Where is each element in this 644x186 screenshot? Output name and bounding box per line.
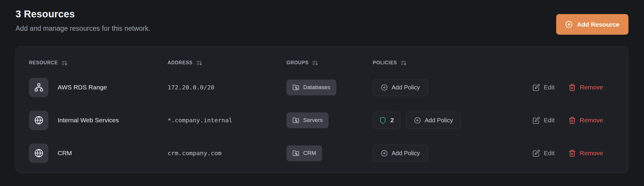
group-chip[interactable]: Servers xyxy=(286,112,329,128)
group-chip-label: Databases xyxy=(303,84,330,91)
edit-button[interactable]: Edit xyxy=(533,117,555,124)
policies-cell: 2 Add Policy xyxy=(373,112,533,129)
group-chip-label: CRM xyxy=(303,150,316,156)
group-chip[interactable]: Databases xyxy=(286,80,336,95)
resource-type-tile xyxy=(29,111,48,130)
policy-count: 2 xyxy=(390,117,394,124)
remove-label: Remove xyxy=(580,117,603,124)
add-policy-label: Add Policy xyxy=(392,84,420,91)
edit-icon xyxy=(533,84,540,91)
page-subtitle: Add and manage resources for this networ… xyxy=(16,25,150,33)
remove-label: Remove xyxy=(580,150,603,157)
column-header-policies[interactable]: POLICIES xyxy=(373,60,407,66)
trash-icon xyxy=(568,117,576,124)
globe-icon xyxy=(34,116,43,125)
page-title: 3 Resources xyxy=(16,8,150,20)
remove-label: Remove xyxy=(580,84,603,91)
add-policy-label: Add Policy xyxy=(392,150,420,157)
resource-cell: CRM xyxy=(29,144,168,163)
actions-cell: Edit Remove xyxy=(533,117,615,124)
network-icon xyxy=(34,83,43,92)
resource-type-tile xyxy=(29,78,48,97)
table-row: Internal Web Services *.company.internal… xyxy=(29,104,615,137)
resource-address: 172.20.0.0/20 xyxy=(168,84,286,91)
resource-address: crm.company.com xyxy=(168,150,286,157)
add-resource-label: Add Resource xyxy=(577,21,620,28)
column-header-groups[interactable]: GROUPS xyxy=(286,60,318,66)
plus-circle-icon xyxy=(414,117,421,124)
groups-cell: Databases xyxy=(286,80,373,95)
add-policy-button[interactable]: Add Policy xyxy=(373,79,428,96)
group-chip[interactable]: CRM xyxy=(286,145,322,161)
sort-icon[interactable] xyxy=(312,60,318,66)
column-header-address[interactable]: ADDRESS xyxy=(168,60,203,66)
add-policy-label: Add Policy xyxy=(425,117,453,124)
actions-cell: Edit Remove xyxy=(533,84,615,91)
edit-label: Edit xyxy=(544,150,555,157)
remove-button[interactable]: Remove xyxy=(568,150,603,157)
edit-button[interactable]: Edit xyxy=(533,84,555,91)
table-header-row: RESOURCE ADDRESS GROUPS POLICIES xyxy=(29,55,615,71)
edit-icon xyxy=(533,117,540,124)
resource-name: AWS RDS Range xyxy=(58,84,107,91)
folder-git-icon xyxy=(292,117,299,124)
add-resource-button[interactable]: Add Resource xyxy=(556,14,628,35)
globe-icon xyxy=(34,149,43,158)
trash-icon xyxy=(568,150,576,157)
resource-cell: AWS RDS Range xyxy=(29,78,168,97)
policies-cell: Add Policy xyxy=(373,79,533,96)
edit-label: Edit xyxy=(544,84,555,91)
page-header-text: 3 Resources Add and manage resources for… xyxy=(16,8,150,33)
resource-name: CRM xyxy=(58,150,72,157)
column-header-resource[interactable]: RESOURCE xyxy=(29,60,68,66)
table-row: CRM crm.company.com CRM Add Policy Edit … xyxy=(29,137,615,170)
add-policy-button[interactable]: Add Policy xyxy=(373,145,428,162)
resource-type-tile xyxy=(29,144,48,163)
resource-name: Internal Web Services xyxy=(58,117,119,124)
page-header: 3 Resources Add and manage resources for… xyxy=(16,8,628,35)
resources-page: 3 Resources Add and manage resources for… xyxy=(0,0,644,173)
folder-git-icon xyxy=(292,84,299,91)
add-policy-button[interactable]: Add Policy xyxy=(406,112,461,129)
folder-git-icon xyxy=(292,150,299,157)
table-row: AWS RDS Range 172.20.0.0/20 Databases Ad… xyxy=(29,71,615,104)
shield-icon xyxy=(379,117,387,124)
sort-icon[interactable] xyxy=(62,60,68,66)
plus-circle-icon xyxy=(565,21,573,28)
sort-icon[interactable] xyxy=(196,60,203,66)
groups-cell: CRM xyxy=(286,145,373,161)
groups-cell: Servers xyxy=(286,112,373,128)
trash-icon xyxy=(568,84,576,91)
remove-button[interactable]: Remove xyxy=(568,84,603,91)
plus-circle-icon xyxy=(381,84,388,91)
edit-button[interactable]: Edit xyxy=(533,150,555,157)
actions-cell: Edit Remove xyxy=(533,150,615,157)
resource-cell: Internal Web Services xyxy=(29,111,168,130)
edit-label: Edit xyxy=(544,117,555,124)
resources-table: RESOURCE ADDRESS GROUPS POLICIES xyxy=(16,46,628,173)
resource-address: *.company.internal xyxy=(168,117,286,124)
remove-button[interactable]: Remove xyxy=(568,117,603,124)
edit-icon xyxy=(533,150,540,157)
policies-cell: Add Policy xyxy=(373,145,533,162)
table-body: AWS RDS Range 172.20.0.0/20 Databases Ad… xyxy=(29,71,615,170)
group-chip-label: Servers xyxy=(303,117,323,124)
policy-count-chip[interactable]: 2 xyxy=(373,112,400,129)
sort-icon[interactable] xyxy=(401,60,407,66)
plus-circle-icon xyxy=(381,150,388,157)
